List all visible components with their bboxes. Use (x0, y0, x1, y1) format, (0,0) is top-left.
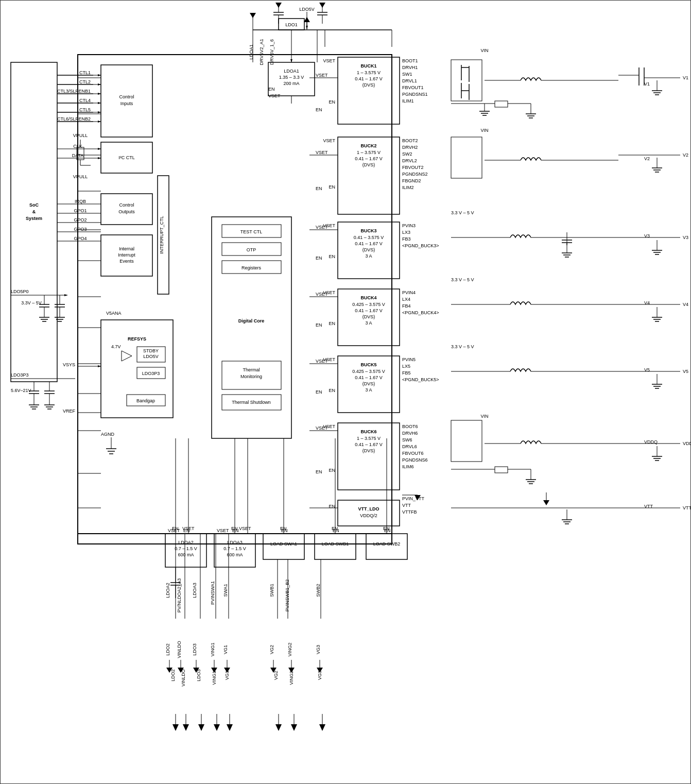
ldoa3-label3: 600 mA (227, 552, 243, 557)
buck4-v2: 0.41 – 1.67 V (355, 308, 383, 313)
buck1-drvh1: DRVH1 (402, 65, 418, 70)
svg-marker-41 (122, 351, 132, 361)
vset-buck1-line: VSET (316, 73, 328, 78)
buck2-drvh2: DRVH2 (402, 145, 418, 150)
vtt-out-label: VTT (683, 505, 691, 510)
en-loadswb1: EN (332, 526, 338, 531)
svg-marker-220 (319, 3, 325, 8)
swb1-pin: SWB1 (269, 584, 274, 597)
svg-marker-252 (291, 724, 297, 731)
v5ana-label: V5ANA (106, 311, 122, 316)
buck6-label: BUCK6 (360, 429, 376, 434)
buck5-lx5: LX5 (402, 364, 410, 369)
buck2-v1: 1 – 3.575 V (357, 150, 381, 155)
buck2-fbgnd2: FBGND2 (402, 178, 421, 183)
en-buck1-line: EN (316, 107, 322, 112)
buck5-dvs: (DVS) (362, 381, 375, 386)
buck2-sw2: SW2 (402, 151, 412, 157)
buck3-pvin3: PVIN3 (402, 223, 416, 228)
buck5-v2: 0.41 – 1.67 V (355, 375, 383, 380)
interrupt-ctl-label: INTERRUPT_CTL (159, 216, 164, 254)
en-loadswb2: EN (383, 526, 390, 531)
ldo2-bot-vert: LDO2 (170, 669, 176, 681)
buck6-drvh6: DRVH6 (402, 431, 418, 436)
buck1-dvs: (DVS) (362, 82, 375, 88)
v33-5v-buck4: 3.3 V – 5 V (451, 344, 474, 349)
vg2-bot-vert: VG2 (273, 671, 279, 680)
buck4-lx4: LX4 (402, 297, 410, 302)
buck2-vset: VSET (323, 138, 335, 143)
buck6-en: EN (329, 468, 335, 473)
vset-buck4-line: VSET (316, 292, 328, 297)
buck4-v1: 0.425 – 3.575 V (352, 302, 385, 307)
svg-rect-4 (11, 62, 57, 382)
test-ctl-label: TEST CTL (240, 229, 262, 234)
buck6-pgnd6: PGNDSNS6 (402, 457, 428, 463)
v33-5v-label1: 3.3V – 5V (21, 300, 42, 305)
vref-label: VREF (63, 408, 76, 414)
buck3-dvs: (DVS) (362, 247, 375, 252)
buck1-pgnd1: PGNDSNS1 (402, 92, 428, 97)
v3-out-label: V3 (683, 235, 688, 240)
svg-rect-90 (315, 534, 356, 559)
ldo3p3-inside-label: LDO3P3 (142, 371, 160, 376)
buck5-pgnd: <PGND_BUCK5> (402, 377, 439, 382)
i2c-ctl-label: I²C CTL (118, 155, 135, 160)
vg3-bot-vert: VG3 (317, 671, 322, 680)
ctl3-pin: CTL3/SLPENB1 (57, 89, 91, 94)
bandgap-label: Bandgap (136, 398, 155, 403)
ctl1-pin: CTL1 (79, 70, 91, 75)
diagram-container: SoC & System CTL1 CTL2 CTL3/SLPENB1 CTL4… (0, 0, 691, 784)
agnd-label: AGND (101, 432, 115, 437)
svg-marker-254 (319, 724, 325, 731)
ving1-bot-vert: VING1 (212, 671, 217, 685)
ldoa1-label3: 200 mA (283, 81, 299, 86)
svg-marker-161 (304, 17, 310, 22)
svg-rect-91 (366, 534, 407, 559)
ldo5v-inside-label: LDO5V (143, 354, 159, 359)
vtt-vttfb: VTTFB (402, 509, 417, 515)
svg-marker-206 (543, 500, 549, 505)
ldo5v-top-label: LDO5V (299, 7, 315, 12)
vset-buck6-line: VSET (316, 425, 328, 431)
vtt-pvin: PVIN_VTT (402, 496, 425, 501)
thermal-shutdown-label: Thermal Shutdown (232, 400, 271, 405)
vset-buck3-line: VSET (316, 225, 328, 230)
vg3-out: VG3 (316, 645, 321, 654)
buck4-en: EN (329, 321, 335, 326)
ldoa2-label3: 600 mA (178, 552, 194, 557)
ctl4-pin: CTL4 (79, 98, 91, 103)
buck2-ilim2: ILIM2 (402, 185, 414, 190)
buck4-3a: 3 A (365, 320, 372, 326)
vtt-ldo-label1: VTT_LDO (358, 506, 379, 512)
buck4-dvs: (DVS) (362, 314, 375, 319)
digital-core-label: Digital Core (238, 318, 265, 323)
ldoa3-label2: 0.7 – 1.5 V (223, 546, 246, 551)
en-buck6-line: EN (316, 469, 322, 474)
vinldo-bot-vert: VINLDO (181, 669, 186, 687)
ldoa1-label1: LDOA1 (284, 69, 299, 74)
svg-marker-215 (275, 3, 282, 8)
v2-label: V2 (644, 156, 650, 161)
buck6-drvl6: DRVL6 (402, 444, 417, 449)
vset-ldoa3: VSET (239, 526, 251, 531)
ldo3-out: LDO3 (192, 643, 197, 656)
ldoa3-vset: VSET (217, 528, 229, 533)
v4-out-label: V4 (683, 302, 688, 307)
ldoa3-bot-pin: LDOA3 (192, 583, 197, 598)
ldoa1-label2: 1.35 – 3.3 V (279, 75, 304, 80)
control-outputs-label1: Control (119, 202, 134, 208)
buck6-ilim6: ILIM6 (402, 464, 414, 469)
pvinswb1b2-pin: PVINSWB1_B2 (285, 580, 290, 612)
swb2-pin: SWB2 (316, 584, 321, 597)
buck1-en: EN (329, 99, 335, 105)
buck3-fb3: FB3 (402, 236, 411, 242)
buck1-sw1: SW1 (402, 72, 412, 77)
ldo3p3-pin: LDO3P3 (11, 372, 29, 378)
buck6-dvs: (DVS) (362, 448, 375, 453)
buck5-v1: 0.425 – 3.575 V (352, 369, 385, 374)
svg-marker-250 (275, 724, 282, 731)
en-buck5-line: EN (316, 389, 322, 395)
buck5-pvin5: PVIN5 (402, 357, 416, 362)
ldoa1-en: EN (268, 87, 275, 92)
